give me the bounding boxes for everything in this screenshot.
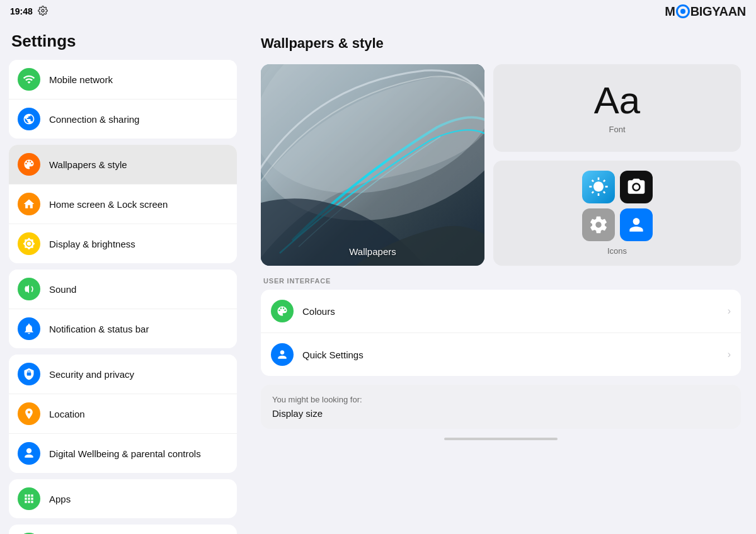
quick-settings-chevron: ›	[728, 349, 731, 360]
camera-app-icon	[620, 171, 653, 203]
content-title: Wallpapers & style	[261, 35, 741, 52]
connection-sharing-icon	[18, 108, 40, 130]
ui-list-card: Colours › Quick Settings ›	[261, 290, 741, 376]
sidebar-item-mobile-network[interactable]: Mobile network	[9, 60, 237, 99]
location-icon	[18, 402, 40, 425]
home-lock-label: Home screen & Lock screen	[49, 199, 168, 210]
settings-group-3: Sound Notification & status bar	[9, 270, 237, 348]
wallpaper-card[interactable]: Wallpapers	[261, 64, 484, 266]
sidebar-item-digital-wellbeing[interactable]: Digital Wellbeing & parental controls	[9, 434, 237, 473]
wallpapers-style-label: Wallpapers & style	[49, 159, 127, 170]
settings-group-5: Apps	[9, 479, 237, 518]
colours-chevron: ›	[728, 305, 731, 317]
svg-point-0	[42, 9, 44, 12]
display-brightness-label: Display & brightness	[49, 239, 135, 249]
home-lock-icon	[18, 193, 40, 215]
icons-grid	[582, 171, 653, 241]
settings-group-6: Battery	[9, 525, 237, 534]
colours-icon	[271, 300, 294, 322]
notification-status-label: Notification & status bar	[49, 324, 149, 334]
mobile-network-icon	[18, 68, 40, 91]
display-brightness-icon	[18, 232, 40, 255]
weather-app-icon	[582, 171, 615, 203]
quick-settings-icon	[271, 343, 294, 366]
apps-icon	[18, 487, 40, 510]
settings-group-2: Wallpapers & style Home screen & Lock sc…	[9, 145, 237, 263]
logo-o-icon	[676, 4, 690, 18]
list-item-colours[interactable]: Colours ›	[261, 290, 741, 333]
sidebar-title: Settings	[9, 28, 237, 60]
main-layout: Settings Mobile network Connection & sha…	[0, 23, 756, 534]
sidebar-item-location[interactable]: Location	[9, 394, 237, 434]
font-big-text: Aa	[594, 82, 640, 120]
colours-label: Colours	[302, 306, 728, 317]
sound-label: Sound	[49, 284, 76, 295]
gear-icon	[38, 6, 48, 18]
logo-text: M	[665, 4, 675, 19]
logo-text2: BIGYAAN	[690, 4, 746, 19]
quick-settings-label: Quick Settings	[302, 349, 728, 360]
sidebar-item-security-privacy[interactable]: Security and privacy	[9, 355, 237, 394]
scroll-indicator	[444, 438, 558, 440]
apps-label: Apps	[49, 494, 71, 504]
suggestion-card: You might be looking for: Display size	[261, 385, 741, 429]
sidebar-item-sound[interactable]: Sound	[9, 270, 237, 309]
status-left: 19:48	[10, 6, 48, 18]
settings-app-icon	[582, 208, 615, 241]
icons-card[interactable]: Icons	[493, 161, 741, 266]
svg-point-4	[633, 185, 639, 190]
font-card-label: Font	[609, 125, 625, 134]
notification-icon	[18, 317, 40, 340]
status-bar: 19:48 M BIGYAAN	[0, 0, 756, 23]
content-area: Wallpapers & style	[246, 23, 756, 534]
digital-wellbeing-label: Digital Wellbeing & parental controls	[49, 448, 201, 459]
settings-group-1: Mobile network Connection & sharing	[9, 60, 237, 139]
time-display: 19:48	[10, 6, 33, 16]
sound-icon	[18, 278, 40, 300]
section-header: USER INTERFACE	[261, 277, 741, 285]
wallpaper-label: Wallpapers	[349, 246, 396, 257]
sidebar-item-wallpapers-style[interactable]: Wallpapers & style	[9, 145, 237, 185]
sidebar-item-battery[interactable]: Battery	[9, 525, 237, 534]
top-cards: Wallpapers Aa Font	[261, 64, 741, 266]
sidebar-item-notification-status[interactable]: Notification & status bar	[9, 309, 237, 348]
connection-sharing-label: Connection & sharing	[49, 114, 139, 125]
suggestion-title: You might be looking for:	[272, 395, 730, 404]
wallpaper-svg	[261, 64, 484, 266]
mobile-network-label: Mobile network	[49, 74, 113, 85]
suggestion-link[interactable]: Display size	[272, 408, 730, 419]
right-cards: Aa Font	[493, 64, 741, 266]
digital-wellbeing-icon	[18, 442, 40, 465]
sidebar-item-display-brightness[interactable]: Display & brightness	[9, 224, 237, 263]
list-item-quick-settings[interactable]: Quick Settings ›	[261, 333, 741, 376]
settings-group-4: Security and privacy Location Digital We…	[9, 355, 237, 473]
sidebar-item-apps[interactable]: Apps	[9, 479, 237, 518]
wallpapers-icon	[18, 153, 40, 176]
security-icon	[18, 363, 40, 385]
location-label: Location	[49, 409, 85, 419]
sidebar: Settings Mobile network Connection & sha…	[0, 23, 246, 534]
logo: M BIGYAAN	[665, 4, 746, 19]
security-privacy-label: Security and privacy	[49, 369, 134, 380]
font-card[interactable]: Aa Font	[493, 64, 741, 152]
icons-card-label: Icons	[607, 246, 627, 256]
sidebar-item-connection-sharing[interactable]: Connection & sharing	[9, 99, 237, 139]
sidebar-item-home-lock[interactable]: Home screen & Lock screen	[9, 185, 237, 224]
contacts-app-icon	[620, 208, 653, 241]
